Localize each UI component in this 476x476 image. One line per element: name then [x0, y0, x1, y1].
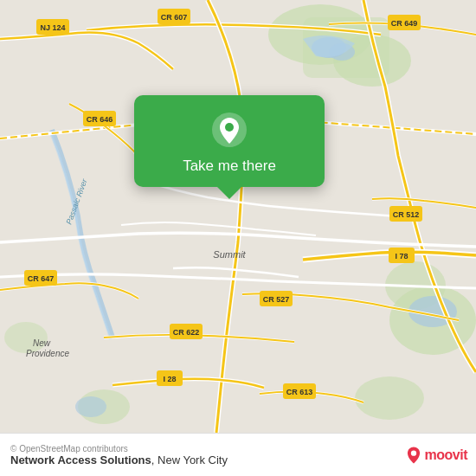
svg-text:CR 613: CR 613: [286, 388, 313, 396]
location-name: Network Access Solutions, New York City: [10, 453, 228, 466]
map-container: NJ 124 CR 607 CR 649 CR 646 649 CR 512 I…: [0, 0, 476, 433]
bottom-bar: © OpenStreetMap contributors Network Acc…: [0, 433, 476, 476]
moovit-text: moovit: [425, 447, 467, 463]
location-pin-icon: [210, 111, 248, 149]
svg-text:I 78: I 78: [395, 252, 408, 261]
svg-text:New: New: [33, 338, 51, 348]
map-svg: NJ 124 CR 607 CR 649 CR 646 649 CR 512 I…: [0, 0, 476, 433]
svg-point-42: [225, 123, 234, 132]
svg-text:CR 646: CR 646: [87, 115, 113, 124]
location-name-bold: Network Access Solutions: [10, 453, 151, 466]
svg-point-43: [410, 450, 415, 455]
popup-card[interactable]: Take me there: [134, 95, 325, 187]
svg-text:I 28: I 28: [163, 375, 176, 383]
svg-text:CR 607: CR 607: [161, 13, 188, 22]
svg-text:Providence: Providence: [26, 349, 69, 358]
svg-text:CR 647: CR 647: [28, 274, 55, 283]
svg-point-8: [355, 376, 424, 420]
moovit-pin-icon: [404, 446, 423, 465]
svg-text:Summit: Summit: [213, 249, 246, 260]
svg-text:CR 649: CR 649: [391, 19, 418, 28]
svg-text:CR 527: CR 527: [263, 295, 290, 304]
svg-text:CR 512: CR 512: [393, 210, 420, 219]
bottom-info: © OpenStreetMap contributors Network Acc…: [10, 444, 228, 466]
city-name: New York City: [158, 453, 228, 466]
svg-point-12: [75, 396, 106, 417]
moovit-logo: moovit: [404, 446, 467, 465]
svg-text:CR 622: CR 622: [173, 328, 200, 337]
popup-label[interactable]: Take me there: [183, 158, 276, 175]
svg-text:NJ 124: NJ 124: [40, 23, 65, 32]
copyright-text: © OpenStreetMap contributors: [10, 444, 228, 453]
